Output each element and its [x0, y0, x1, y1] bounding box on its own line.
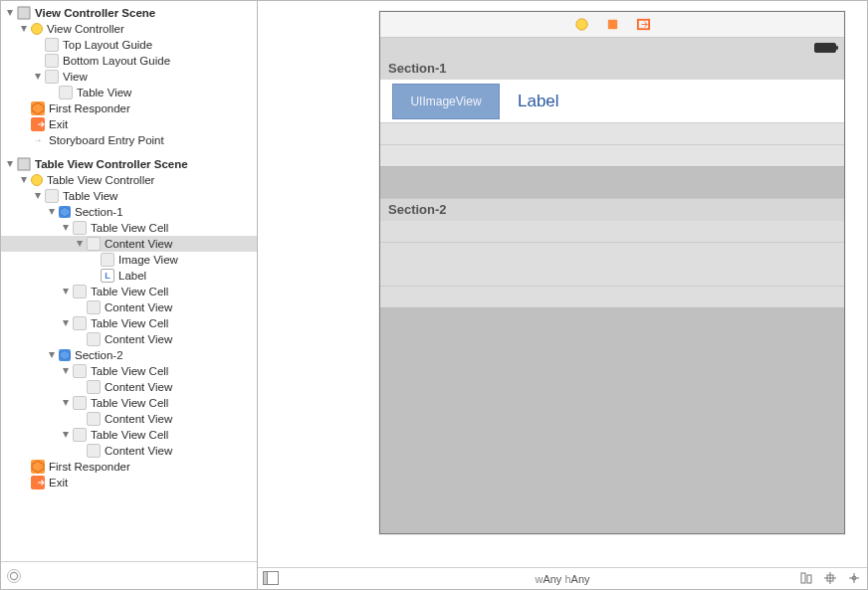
- outline-row[interactable]: Table View Cell: [1, 284, 257, 299]
- outline-label: Section-1: [75, 204, 123, 220]
- disclosure-triangle[interactable]: [47, 207, 57, 217]
- outline-row[interactable]: Table View Cell: [1, 395, 257, 411]
- view-icon: [45, 189, 59, 203]
- disclosure-triangle[interactable]: [75, 382, 85, 392]
- view-icon: [87, 412, 101, 426]
- disclosure-triangle[interactable]: [75, 334, 85, 344]
- outline-row[interactable]: Table View Cell: [1, 220, 257, 236]
- status-bar: [380, 38, 844, 58]
- resolve-icon[interactable]: [847, 571, 861, 585]
- svg-rect-0: [18, 7, 30, 19]
- exit-icon: [31, 476, 45, 490]
- disclosure-triangle[interactable]: [75, 414, 85, 424]
- outline-label: First Responder: [49, 100, 130, 116]
- outline-row[interactable]: Content View: [1, 236, 257, 252]
- viewcontroller-icon: [31, 174, 43, 186]
- scene-icon: [17, 6, 31, 20]
- disclosure-triangle[interactable]: [75, 239, 85, 249]
- disclosure-triangle[interactable]: [61, 366, 71, 376]
- align-icon[interactable]: [799, 571, 813, 585]
- disclosure-triangle[interactable]: [61, 223, 71, 233]
- disclosure-triangle[interactable]: [5, 8, 15, 18]
- cell-label[interactable]: Label: [518, 92, 559, 111]
- disclosure-triangle[interactable]: [19, 478, 29, 488]
- outline-row[interactable]: Table View Cell: [1, 427, 257, 443]
- disclosure-triangle[interactable]: [19, 135, 29, 145]
- outline-label: Bottom Layout Guide: [63, 53, 170, 69]
- outline-row[interactable]: Image View: [1, 252, 257, 268]
- pin-icon[interactable]: [823, 571, 837, 585]
- outline-label: Table View Cell: [91, 427, 168, 443]
- outline-row[interactable]: Content View: [1, 299, 257, 315]
- table-cell-2-1[interactable]: [380, 221, 844, 243]
- size-class-selector[interactable]: wAny hAny: [258, 573, 867, 585]
- entry-point-icon: →: [31, 133, 45, 147]
- disclosure-triangle[interactable]: [33, 72, 43, 82]
- disclosure-triangle[interactable]: [5, 159, 15, 169]
- table-cell-2[interactable]: [380, 123, 844, 145]
- outline-label: Table View Cell: [91, 284, 168, 299]
- table-cell-3[interactable]: [380, 145, 844, 167]
- device-preview[interactable]: Section-1 UIImageView Label Section-2: [379, 11, 845, 534]
- table-cell-2-3[interactable]: [380, 287, 844, 308]
- outline-row[interactable]: First Responder: [1, 100, 257, 116]
- filter-icon[interactable]: [7, 569, 21, 583]
- disclosure-triangle[interactable]: [61, 398, 71, 408]
- outline-row[interactable]: Section-2: [1, 347, 257, 363]
- first-responder-icon: [31, 101, 45, 115]
- viewcontroller-icon[interactable]: [574, 17, 589, 32]
- exit-icon[interactable]: [636, 17, 651, 32]
- first-responder-icon[interactable]: [605, 17, 620, 32]
- outline-row[interactable]: Exit: [1, 475, 257, 491]
- outline-row[interactable]: Table View Cell: [1, 363, 257, 379]
- outline-row[interactable]: Exit: [1, 116, 257, 132]
- disclosure-triangle[interactable]: [33, 56, 43, 66]
- outline-row[interactable]: Content View: [1, 379, 257, 395]
- disclosure-triangle[interactable]: [33, 40, 43, 50]
- table-cell-1[interactable]: UIImageView Label: [380, 80, 844, 123]
- outline-row[interactable]: Table View Cell: [1, 315, 257, 331]
- disclosure-triangle[interactable]: [61, 287, 71, 296]
- outline-row[interactable]: Content View: [1, 443, 257, 459]
- outline-row[interactable]: View Controller: [1, 21, 257, 37]
- disclosure-triangle[interactable]: [61, 318, 71, 328]
- first-responder-icon: [31, 460, 45, 474]
- uiimageview-placeholder[interactable]: UIImageView: [392, 84, 500, 119]
- exit-icon: [31, 117, 45, 131]
- disclosure-triangle[interactable]: [61, 430, 71, 440]
- disclosure-triangle[interactable]: [89, 255, 99, 265]
- svg-point-5: [575, 19, 586, 30]
- disclosure-triangle[interactable]: [19, 103, 29, 113]
- outline-row[interactable]: Bottom Layout Guide: [1, 53, 257, 69]
- outline-row[interactable]: Table View: [1, 188, 257, 204]
- disclosure-triangle[interactable]: [19, 119, 29, 129]
- disclosure-triangle[interactable]: [47, 88, 57, 98]
- disclosure-triangle[interactable]: [33, 191, 43, 201]
- outline-row[interactable]: LLabel: [1, 268, 257, 284]
- scene-outline-tree[interactable]: View Controller SceneView ControllerTop …: [1, 1, 257, 561]
- outline-row[interactable]: Section-1: [1, 204, 257, 220]
- outline-row[interactable]: Table View Controller Scene: [1, 156, 257, 172]
- disclosure-triangle[interactable]: [19, 175, 29, 185]
- outline-row[interactable]: Content View: [1, 331, 257, 347]
- canvas-main[interactable]: Section-1 UIImageView Label Section-2: [258, 1, 867, 567]
- outline-label: First Responder: [49, 459, 130, 475]
- disclosure-triangle[interactable]: [47, 350, 57, 360]
- outline-row[interactable]: First Responder: [1, 459, 257, 475]
- disclosure-triangle[interactable]: [89, 271, 99, 281]
- outline-row[interactable]: View Controller Scene: [1, 5, 257, 21]
- disclosure-triangle[interactable]: [75, 446, 85, 456]
- disclosure-triangle[interactable]: [19, 462, 29, 472]
- disclosure-triangle[interactable]: [19, 24, 29, 34]
- disclosure-triangle[interactable]: [75, 302, 85, 312]
- outline-row[interactable]: →Storyboard Entry Point: [1, 132, 257, 148]
- outline-label: Image View: [118, 252, 178, 268]
- outline-row[interactable]: Top Layout Guide: [1, 37, 257, 53]
- outline-row[interactable]: View: [1, 69, 257, 85]
- table-cell-2-2[interactable]: [380, 243, 844, 287]
- filter-input[interactable]: [27, 566, 251, 586]
- outline-row[interactable]: Content View: [1, 411, 257, 427]
- outline-row[interactable]: Table View Controller: [1, 172, 257, 188]
- view-icon: [87, 380, 101, 394]
- outline-row[interactable]: Table View: [1, 85, 257, 100]
